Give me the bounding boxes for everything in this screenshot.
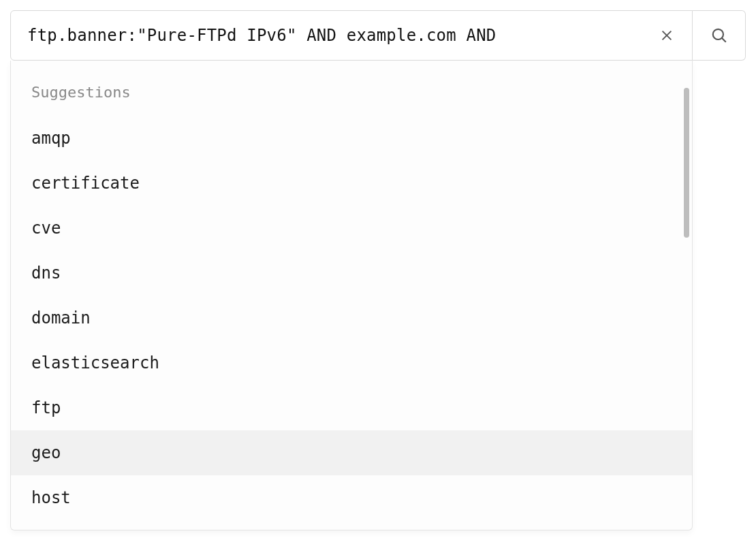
suggestion-dns[interactable]: dns (11, 251, 692, 296)
svg-point-2 (712, 29, 723, 39)
clear-button[interactable] (654, 22, 680, 48)
suggestion-cve[interactable]: cve (11, 206, 692, 251)
search-bar (10, 10, 746, 61)
suggestion-domain[interactable]: domain (11, 296, 692, 340)
suggestions-header: Suggestions (11, 80, 692, 116)
suggestion-elasticsearch[interactable]: elasticsearch (11, 340, 692, 385)
suggestion-list: amqp certificate cve dns domain elastics… (11, 116, 692, 520)
suggestion-amqp[interactable]: amqp (11, 116, 692, 161)
suggestions-dropdown: Suggestions amqp certificate cve dns dom… (10, 61, 693, 530)
search-input[interactable] (27, 11, 654, 60)
search-input-wrap (10, 10, 693, 61)
suggestion-ftp[interactable]: ftp (11, 385, 692, 430)
suggestion-geo[interactable]: geo (11, 430, 692, 475)
search-button[interactable] (693, 10, 746, 61)
svg-line-3 (721, 38, 725, 42)
suggestion-host[interactable]: host (11, 475, 692, 520)
suggestion-certificate[interactable]: certificate (11, 161, 692, 206)
close-icon (659, 28, 674, 43)
scrollbar-thumb[interactable] (684, 88, 689, 238)
search-icon (710, 27, 728, 44)
